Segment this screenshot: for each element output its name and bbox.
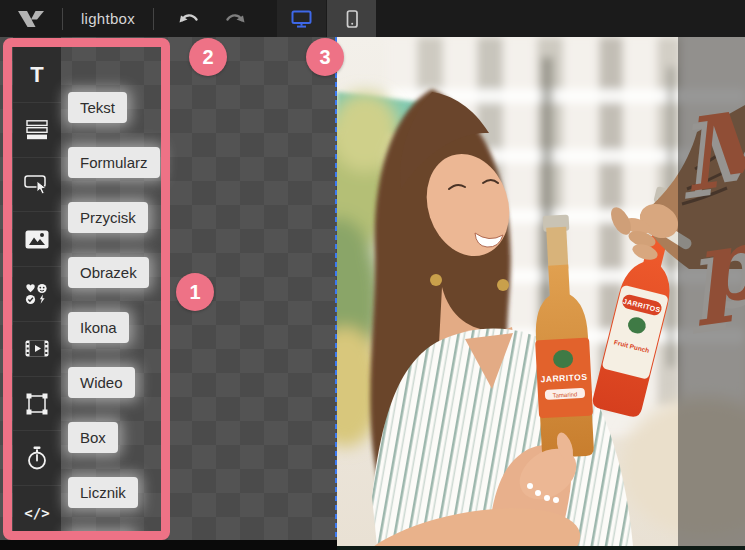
project-title: lightbox xyxy=(63,10,153,27)
photo-scene: JARRITOS Tamarind JARRITOS Fruit Punch xyxy=(337,37,745,546)
tool-form[interactable] xyxy=(13,103,61,158)
tool-button[interactable] xyxy=(13,158,61,213)
annotation-step-1: 1 xyxy=(176,273,214,311)
annotation-step-2: 2 xyxy=(189,38,227,76)
redo-icon xyxy=(222,10,246,28)
tool-text[interactable]: T xyxy=(13,48,61,103)
tool-label-text: Tekst xyxy=(68,92,127,123)
logo-icon xyxy=(14,6,48,32)
elements-sidebar: T xyxy=(13,37,61,540)
form-icon xyxy=(26,120,48,140)
timer-icon xyxy=(26,446,48,470)
tool-label-form: Formularz xyxy=(68,147,160,178)
desktop-view-button[interactable] xyxy=(277,0,326,37)
annotation-step-3: 3 xyxy=(306,38,344,76)
device-view-toggle xyxy=(277,0,376,37)
tool-video[interactable] xyxy=(13,322,61,377)
icon-set-icon xyxy=(25,283,49,305)
selection-edge-dashed[interactable] xyxy=(335,37,337,546)
tool-image[interactable] xyxy=(13,212,61,267)
canvas-outside-dim-overlay xyxy=(678,37,745,546)
tool-box[interactable] xyxy=(13,377,61,432)
bottom-strip-left xyxy=(0,540,337,550)
top-toolbar: lightbox xyxy=(0,0,745,37)
tool-label-box: Box xyxy=(68,422,118,453)
mobile-view-button[interactable] xyxy=(326,0,376,37)
text-icon: T xyxy=(25,63,49,87)
bottom-strip-right xyxy=(337,546,745,550)
redo-button[interactable] xyxy=(212,0,256,37)
desktop-icon xyxy=(291,10,312,28)
tool-icon-picker[interactable] xyxy=(13,267,61,322)
mobile-icon xyxy=(342,9,362,29)
tool-label-video: Wideo xyxy=(68,367,135,398)
tool-html[interactable]: </> xyxy=(13,486,61,540)
tool-label-icon: Ikona xyxy=(68,312,129,343)
box-icon xyxy=(26,393,48,415)
toolbar-separator xyxy=(153,8,154,30)
video-icon xyxy=(25,340,49,357)
image-icon xyxy=(25,230,49,249)
app-logo[interactable] xyxy=(0,0,62,37)
tool-label-image: Obrazek xyxy=(68,257,149,288)
tool-counter[interactable] xyxy=(13,431,61,486)
tool-label-button: Przycisk xyxy=(68,202,148,233)
code-icon: </> xyxy=(23,504,51,522)
button-icon xyxy=(24,173,50,195)
svg-text:</>: </> xyxy=(24,505,49,521)
svg-text:T: T xyxy=(30,63,44,87)
undo-icon xyxy=(178,10,202,28)
lightbox-image[interactable]: JARRITOS Tamarind JARRITOS Fruit Punch xyxy=(337,37,745,546)
undo-button[interactable] xyxy=(168,0,212,37)
tool-label-counter: Licznik xyxy=(68,477,138,508)
editor-canvas: JARRITOS Tamarind JARRITOS Fruit Punch xyxy=(0,37,745,550)
